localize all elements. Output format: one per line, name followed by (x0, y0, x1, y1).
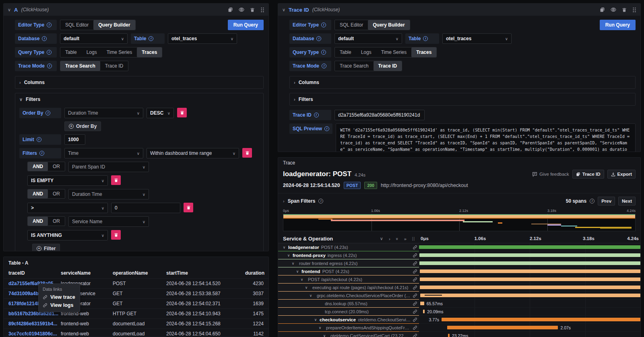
link-icon[interactable] (413, 301, 417, 306)
chevron-down-icon[interactable]: ∨ (287, 253, 291, 257)
editor-type-sql[interactable]: SQL Editor (335, 20, 368, 30)
info-icon[interactable]: i (39, 151, 44, 156)
remove-condition-button[interactable] (111, 175, 121, 185)
span-bar-cell[interactable] (419, 284, 640, 292)
drag-handle-icon[interactable] (260, 7, 264, 12)
drag-handle-icon[interactable] (632, 7, 636, 12)
view-trace-link[interactable]: View trace (43, 294, 76, 300)
query-type-table[interactable]: Table (335, 47, 356, 57)
span-row[interactable]: ∨oteldemo.CartService/GetCart (23.22ms)2… (278, 332, 640, 337)
span-row[interactable]: tcp.connect (20.09ms)20.09ms (278, 308, 640, 316)
chevron-right-icon[interactable]: › (294, 97, 295, 102)
table-select[interactable]: otel_traces∨ (168, 33, 237, 44)
trace-minimap[interactable] (283, 214, 636, 231)
panel-a-header[interactable]: ∨ A (ClickHouse) (4, 4, 268, 16)
editor-type-sql[interactable]: SQL Editor (60, 20, 93, 30)
copy-icon[interactable] (228, 7, 233, 12)
info-icon[interactable]: i (42, 36, 47, 41)
columns-section[interactable]: ›Columns (289, 76, 636, 89)
editor-type-builder[interactable]: Query Builder (368, 20, 409, 30)
span-bar[interactable] (448, 334, 450, 337)
query-type-traces[interactable]: Traces (411, 47, 436, 57)
link-icon[interactable] (413, 333, 417, 337)
trash-icon[interactable] (622, 7, 627, 12)
span-row[interactable]: dns.lookup (65.57ms)65.57ms (278, 300, 640, 308)
condition-operator-select[interactable]: IS ANYTHING∨ (27, 230, 108, 240)
condition-value-input[interactable]: 0 (111, 203, 180, 213)
span-row[interactable]: ∨loadgeneratorPOST (4.23s) (278, 243, 640, 251)
span-row[interactable]: ∨frontendPOST (4.22s) (278, 267, 640, 275)
and-option[interactable]: AND (28, 189, 48, 198)
or-option[interactable]: OR (48, 162, 65, 171)
span-bar[interactable] (447, 326, 558, 329)
or-option[interactable]: OR (48, 189, 65, 198)
span-bar-cell[interactable] (419, 259, 640, 267)
link-icon[interactable] (413, 293, 417, 298)
add-order-by-button[interactable]: +Order By (64, 121, 101, 131)
panel-trace-id-header[interactable]: ∨ Trace ID (ClickHouse) (278, 4, 640, 16)
info-icon[interactable]: i (318, 199, 323, 203)
span-row[interactable]: ∨frontend-proxyingress (4.22s) (278, 251, 640, 259)
info-icon[interactable]: i (423, 36, 428, 41)
trace-mode-id[interactable]: Trace ID (374, 61, 402, 71)
info-icon[interactable]: i (45, 111, 50, 115)
span-bar-cell[interactable] (419, 267, 640, 275)
trash-icon[interactable] (250, 7, 255, 12)
remove-condition-button[interactable] (184, 203, 193, 212)
condition-field-select[interactable]: Duration Time∨ (68, 189, 149, 199)
span-row[interactable]: ∨router frontend egress (4.22s) (278, 259, 640, 267)
trace-link[interactable]: 89cf4286e631591b4... (8, 321, 61, 327)
collapse-one-icon[interactable]: ∨ (380, 236, 383, 241)
query-type-logs[interactable]: Logs (82, 47, 102, 57)
eye-icon[interactable] (611, 7, 616, 12)
chevron-down-icon[interactable]: ∨ (309, 294, 313, 298)
trace-id-button[interactable]: Trace ID (572, 170, 604, 179)
span-bar[interactable] (420, 286, 640, 289)
span-bar-cell[interactable] (419, 243, 640, 251)
info-icon[interactable]: i (47, 64, 52, 68)
info-icon[interactable]: i (324, 126, 329, 131)
link-icon[interactable] (413, 285, 417, 290)
span-row[interactable]: ∨POST /api/checkout (4.22s) (278, 275, 640, 284)
table-select[interactable]: otel_traces∨ (442, 33, 512, 44)
span-bar-cell[interactable]: 23.22ms (419, 332, 640, 337)
editor-type-builder[interactable]: Query Builder (93, 20, 135, 30)
chevron-down-icon[interactable]: ∨ (19, 97, 23, 102)
chevron-right-icon[interactable]: › (283, 199, 285, 203)
col-duration[interactable]: duration (245, 270, 264, 276)
expand-all-icon[interactable]: » (404, 236, 407, 241)
span-bar[interactable] (419, 253, 640, 257)
and-option[interactable]: AND (28, 217, 48, 226)
collapse-all-icon[interactable]: » (395, 237, 400, 240)
info-icon[interactable]: i (37, 137, 41, 142)
database-select[interactable]: default∨ (334, 33, 402, 44)
info-icon[interactable]: i (314, 113, 319, 117)
order-by-direction-select[interactable]: DESC∨ (147, 108, 174, 118)
link-icon[interactable] (413, 269, 417, 274)
columns-section[interactable]: ›Columns (15, 76, 264, 89)
link-icon[interactable] (413, 277, 417, 282)
span-row[interactable]: ∨prepareOrderItemsAndShippingQuoteFromCa… (278, 324, 640, 332)
span-row[interactable]: ∨grpc.oteldemo.CheckoutService/PlaceOrde… (278, 292, 640, 300)
collapse-icon[interactable]: ∨ (282, 7, 285, 12)
chevron-down-icon[interactable]: ∨ (300, 277, 304, 282)
link-icon[interactable] (413, 261, 417, 266)
link-icon[interactable] (413, 245, 417, 250)
limit-input[interactable]: 1000 (64, 134, 85, 145)
span-bar-cell[interactable] (419, 275, 640, 284)
or-option[interactable]: OR (48, 217, 65, 226)
database-select[interactable]: default∨ (60, 33, 128, 44)
query-type-timeseries[interactable]: Time Series (376, 47, 412, 57)
query-type-logs[interactable]: Logs (356, 47, 376, 57)
info-icon[interactable]: i (316, 36, 321, 41)
next-button[interactable]: Next (618, 197, 636, 205)
query-type-timeseries[interactable]: Time Series (102, 47, 137, 57)
col-traceid[interactable]: traceID (8, 270, 61, 276)
query-type-table[interactable]: Table (60, 47, 82, 57)
span-bar[interactable] (420, 269, 640, 273)
col-servicename[interactable]: serviceName (61, 270, 113, 276)
trace-link[interactable]: 3cc7ccfc01941806c... (8, 331, 61, 337)
column-resize-handle[interactable]: || (412, 236, 415, 241)
remove-order-by-button[interactable] (177, 108, 187, 117)
link-icon[interactable] (413, 325, 417, 330)
